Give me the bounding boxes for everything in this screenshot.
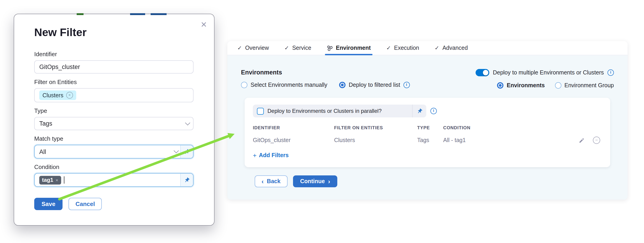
chevron-down-icon xyxy=(185,120,190,125)
save-button[interactable]: Save xyxy=(34,198,63,210)
condition-label: Condition xyxy=(34,163,194,171)
text-caret xyxy=(64,176,64,184)
multi-env-toggle[interactable] xyxy=(476,69,489,76)
chevron-down-icon xyxy=(174,148,179,153)
plus-icon: + xyxy=(253,152,256,159)
radio-environments[interactable]: Environments xyxy=(497,82,545,89)
clusters-chip[interactable]: Clusters × xyxy=(39,90,76,100)
environments-heading: Environments xyxy=(241,69,410,76)
radio-label: Environment Group xyxy=(564,82,614,89)
entities-label: Filter on Entities xyxy=(34,79,194,86)
type-group: Type Tags xyxy=(34,107,194,130)
match-type-value: All xyxy=(39,148,46,155)
radio-icon[interactable] xyxy=(241,82,248,88)
screenshot-stage: × New Filter Identifier GitOps_cluster F… xyxy=(0,0,644,243)
pin-icon xyxy=(184,177,190,183)
tab-overview[interactable]: ✓ Overview xyxy=(237,41,269,55)
modal-title: New Filter xyxy=(34,26,194,39)
row-identifier: GitOps_cluster xyxy=(253,137,334,143)
radio-environment-group[interactable]: Environment Group xyxy=(555,82,614,89)
info-icon[interactable]: i xyxy=(608,69,614,76)
new-filter-modal: × New Filter Identifier GitOps_cluster F… xyxy=(14,14,214,226)
tag-chip[interactable]: tag1 × xyxy=(39,176,61,184)
check-icon: ✓ xyxy=(237,45,242,51)
env-head-left: Environments Select Environments manuall… xyxy=(241,69,410,89)
entities-input[interactable]: Clusters × xyxy=(34,88,194,102)
pin-icon xyxy=(184,149,190,155)
chevron-left-icon: ‹ xyxy=(262,178,264,184)
parallel-label: Deploy to Environments or Clusters in pa… xyxy=(268,108,382,114)
type-select[interactable]: Tags xyxy=(34,117,194,130)
filters-table-header: IDENTIFIER FILTER ON ENTITIES TYPE CONDI… xyxy=(253,125,602,130)
col-identifier: IDENTIFIER xyxy=(253,125,334,130)
tab-label: Execution xyxy=(394,45,419,51)
background-sliver xyxy=(130,13,145,15)
modal-buttons: Save Cancel xyxy=(34,198,194,210)
table-row[interactable]: GitOps_cluster Clusters Tags All - tag1 … xyxy=(253,137,602,144)
radio-icon[interactable] xyxy=(339,82,346,88)
cancel-button[interactable]: Cancel xyxy=(69,198,102,210)
radio-icon[interactable] xyxy=(497,82,504,89)
stage-tabbar: ✓ Overview ✓ Service Environment ✓ Execu… xyxy=(227,41,628,55)
environment-tab-content: Environments Select Environments manuall… xyxy=(227,69,628,187)
row-type: Tags xyxy=(417,137,443,143)
info-icon[interactable]: i xyxy=(430,108,437,114)
check-icon: ✓ xyxy=(435,45,439,51)
add-filters-link[interactable]: + Add Filters xyxy=(253,152,602,159)
match-type-label: Match type xyxy=(34,135,194,142)
back-label: Back xyxy=(267,178,280,184)
pin-button[interactable] xyxy=(181,174,193,186)
tab-label: Environment xyxy=(336,45,371,51)
match-type-select[interactable]: All xyxy=(34,145,194,158)
type-label: Type xyxy=(34,107,194,115)
continue-label: Continue xyxy=(300,178,325,184)
col-type: TYPE xyxy=(417,125,443,130)
pin-icon xyxy=(416,108,422,114)
identifier-input[interactable]: GitOps_cluster xyxy=(34,60,194,74)
edit-pencil-icon[interactable] xyxy=(579,137,585,143)
back-button[interactable]: ‹ Back xyxy=(255,175,287,187)
row-condition: All - tag1 xyxy=(443,137,570,143)
tag-chip-label: tag1 xyxy=(42,177,53,183)
identifier-group: Identifier GitOps_cluster xyxy=(34,51,194,74)
check-icon: ✓ xyxy=(284,45,289,51)
row-entities: Clusters xyxy=(334,137,417,143)
radio-icon[interactable] xyxy=(555,82,561,89)
background-sliver xyxy=(150,13,166,15)
radio-deploy-filtered[interactable]: Deploy to filtered list i xyxy=(339,82,410,88)
stage-config-panel: ✓ Overview ✓ Service Environment ✓ Execu… xyxy=(227,41,628,200)
pin-button[interactable] xyxy=(412,105,426,117)
remove-chip-icon[interactable]: × xyxy=(66,92,73,99)
tab-label: Advanced xyxy=(442,45,468,51)
close-icon[interactable]: × xyxy=(201,20,207,30)
type-value: Tags xyxy=(39,120,52,127)
add-filters-label: Add Filters xyxy=(259,152,289,158)
parallel-option-strip: Deploy to Environments or Clusters in pa… xyxy=(253,105,426,117)
condition-input[interactable]: tag1 × xyxy=(34,173,194,187)
pin-button[interactable] xyxy=(181,145,193,158)
filters-card: Deploy to Environments or Clusters in pa… xyxy=(245,98,610,167)
tab-service[interactable]: ✓ Service xyxy=(284,41,311,55)
entities-group: Filter on Entities Clusters × xyxy=(34,79,194,102)
remove-row-icon[interactable]: − xyxy=(593,137,600,144)
tab-execution[interactable]: ✓ Execution xyxy=(386,41,419,55)
tab-label: Overview xyxy=(245,45,269,51)
background-sliver xyxy=(77,13,84,15)
continue-button[interactable]: Continue › xyxy=(293,175,338,187)
col-condition: CONDITION xyxy=(443,125,570,130)
match-type-group: Match type All xyxy=(34,135,194,158)
check-icon: ✓ xyxy=(386,45,391,51)
environment-icon xyxy=(327,45,333,51)
info-icon[interactable]: i xyxy=(403,82,410,88)
parallel-checkbox[interactable] xyxy=(257,108,264,114)
tab-environment[interactable]: Environment xyxy=(327,41,371,55)
tab-advanced[interactable]: ✓ Advanced xyxy=(435,41,468,55)
radio-label: Environments xyxy=(507,82,545,89)
condition-group: Condition tag1 × xyxy=(34,163,194,187)
radio-select-manually[interactable]: Select Environments manually xyxy=(241,82,327,88)
remove-tag-icon[interactable]: × xyxy=(56,177,58,182)
chevron-right-icon: › xyxy=(328,178,330,184)
env-head-right: Deploy to multiple Environments or Clust… xyxy=(476,69,614,89)
toggle-knob xyxy=(483,70,488,75)
toggle-label: Deploy to multiple Environments or Clust… xyxy=(493,69,604,76)
